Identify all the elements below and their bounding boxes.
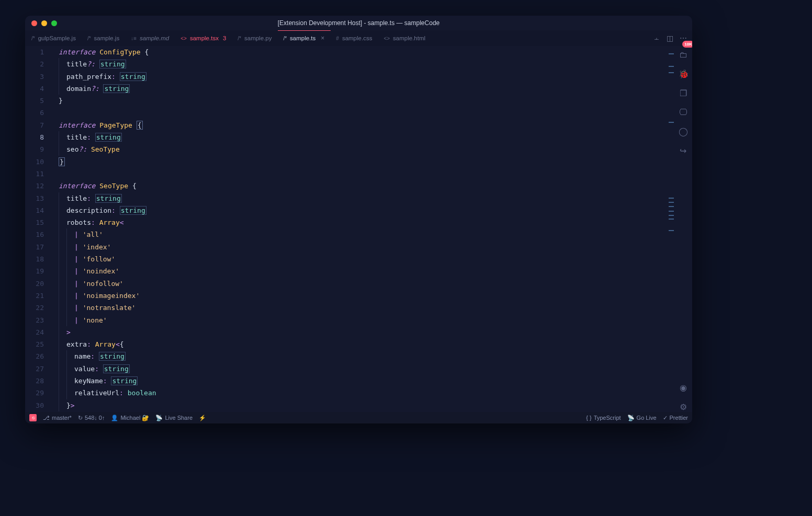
line-number: 13 <box>25 192 44 204</box>
tab-sample-py[interactable]: /*sample.py <box>232 30 278 46</box>
code-line: interface PageType { <box>59 119 669 131</box>
file-type-icon: <> <box>384 36 390 41</box>
account-icon[interactable]: ◉ <box>679 383 688 393</box>
bug-icon[interactable]: 🐞 <box>679 69 688 79</box>
code-line: title?: string <box>59 58 669 70</box>
tab-label: sample.py <box>244 35 272 41</box>
status-text: TypeScript <box>594 415 621 421</box>
file-type-icon: <> <box>181 36 187 41</box>
code-line: robots: Array< <box>59 216 669 228</box>
tab-sample-md[interactable]: ↓≡sample.md <box>126 30 175 46</box>
line-gutter: 1234567891011121314151617181920212223242… <box>25 46 51 412</box>
tab-bar: /*gulpSample.js/*sample.js↓≡sample.md<>s… <box>25 30 692 46</box>
close-tab-icon[interactable]: × <box>321 35 324 42</box>
line-number: 9 <box>25 143 44 155</box>
status-item[interactable]: ⎇master* <box>43 415 72 421</box>
tab-label: sample.md <box>140 35 169 41</box>
status-text: 548↓ 0↑ <box>85 415 105 421</box>
status-icon: 📡 <box>155 415 163 421</box>
code-line: name: string <box>59 350 669 362</box>
status-icon: ⚡ <box>199 415 206 421</box>
desktop-icon[interactable]: 🖵 <box>679 108 688 117</box>
status-icon: ✓ <box>663 415 668 421</box>
status-item[interactable]: 📡Live Share <box>155 415 193 421</box>
minimize-window-button[interactable] <box>41 20 47 26</box>
window-title: [Extension Development Host] - sample.ts… <box>25 19 692 27</box>
code-line <box>59 107 669 119</box>
line-number: 5 <box>25 95 44 107</box>
status-item[interactable]: 👤Michael 🔐 <box>111 415 149 421</box>
status-item[interactable]: 📡Go Live <box>627 415 657 421</box>
line-number: 29 <box>25 387 44 399</box>
split-editor-icon[interactable]: ◫ <box>667 34 673 42</box>
line-number: 14 <box>25 204 44 216</box>
maximize-window-button[interactable] <box>51 20 57 26</box>
compare-icon[interactable]: ⫠ <box>653 34 660 42</box>
editor-window: [Extension Development Host] - sample.ts… <box>25 16 692 423</box>
code-line: seo?: SeoType <box>59 143 669 155</box>
tab-sample-js[interactable]: /*sample.js <box>82 30 126 46</box>
file-type-icon: /* <box>31 36 35 41</box>
layers-icon[interactable]: ❐ <box>679 88 688 98</box>
file-type-icon: /* <box>283 36 287 41</box>
line-number: 12 <box>25 180 44 192</box>
remote-icon[interactable]: ⎋ <box>29 414 37 421</box>
tab-sample-css[interactable]: #sample.css <box>331 30 378 46</box>
line-number: 10 <box>25 156 44 168</box>
tab-label: sample.css <box>342 35 373 41</box>
line-number: 17 <box>25 241 44 253</box>
line-number: 18 <box>25 253 44 265</box>
line-number: 23 <box>25 314 44 326</box>
status-text: master* <box>52 415 72 421</box>
status-icon: ↻ <box>78 415 83 421</box>
activity-bar: 🗀🐞❐🖵◯↪ ◉⚙ <box>674 46 692 412</box>
line-number: 28 <box>25 375 44 387</box>
line-number: 24 <box>25 326 44 338</box>
overview-ruler[interactable] <box>669 46 674 412</box>
line-number: 2 <box>25 58 44 70</box>
line-number: 22 <box>25 302 44 314</box>
close-window-button[interactable] <box>31 20 37 26</box>
editor-body: 1234567891011121314151617181920212223242… <box>25 46 692 412</box>
code-line: | 'noindex' <box>59 265 669 277</box>
tab-label: sample.html <box>393 35 425 41</box>
tab-badge: 3 <box>223 35 226 41</box>
status-text: Michael 🔐 <box>120 415 149 421</box>
line-number: 8 <box>25 131 44 143</box>
line-number: 4 <box>25 83 44 95</box>
line-number: 11 <box>25 168 44 180</box>
status-item[interactable]: { }TypeScript <box>586 415 621 421</box>
code-line <box>59 168 669 180</box>
code-area[interactable]: interface ConfigType {title?: stringpath… <box>51 46 669 412</box>
status-icon: 👤 <box>111 415 118 421</box>
status-item[interactable]: ✓Prettier <box>663 415 688 421</box>
tab-gulpSample-js[interactable]: /*gulpSample.js <box>26 30 82 46</box>
traffic-lights <box>31 20 57 26</box>
tab-sample-tsx[interactable]: <>sample.tsx3 <box>175 30 232 46</box>
code-line: interface SeoType { <box>59 180 669 192</box>
code-line: interface ConfigType { <box>59 46 669 58</box>
tab-sample-ts[interactable]: /*sample.ts× <box>278 30 331 46</box>
text-editor[interactable]: 1234567891011121314151617181920212223242… <box>25 46 674 412</box>
folder-icon[interactable]: 🗀 <box>679 50 688 60</box>
tab-sample-html[interactable]: <>sample.html <box>378 30 432 46</box>
github-icon[interactable]: ◯ <box>679 127 688 136</box>
source-control-badge: 10K <box>682 41 692 48</box>
line-number: 30 <box>25 399 44 411</box>
code-line: domain?: string <box>59 83 669 95</box>
settings-icon[interactable]: ⚙ <box>679 402 688 412</box>
status-item[interactable]: ⚡ <box>199 415 206 421</box>
status-item[interactable]: ↻548↓ 0↑ <box>78 415 105 421</box>
status-icon: { } <box>586 415 591 421</box>
file-type-icon: /* <box>238 36 241 41</box>
code-line: relativeUrl: boolean <box>59 387 669 399</box>
code-line: > <box>59 326 669 338</box>
status-bar: ⎋ ⎇master*↻548↓ 0↑👤Michael 🔐📡Live Share⚡… <box>25 412 692 423</box>
share-icon[interactable]: ↪ <box>679 146 688 156</box>
tab-label: sample.tsx <box>190 35 219 41</box>
code-line: } <box>59 411 669 412</box>
tab-label: sample.ts <box>290 35 315 41</box>
code-line: | 'index' <box>59 241 669 253</box>
file-type-icon: /* <box>87 36 91 41</box>
line-number: 20 <box>25 278 44 290</box>
